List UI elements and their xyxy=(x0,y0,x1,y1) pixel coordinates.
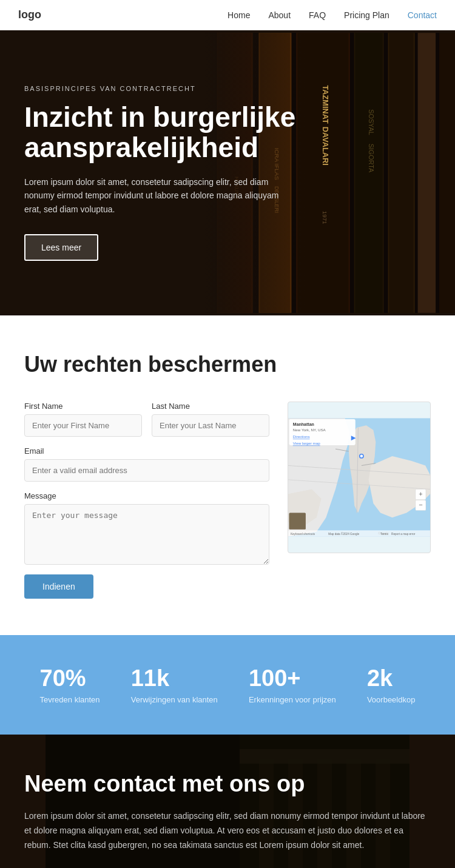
svg-text:−: − xyxy=(419,501,422,508)
logo: logo xyxy=(18,8,41,21)
stat-item-1: 11k Verwijzingen van klanten xyxy=(131,665,218,704)
stat-number-3: 2k xyxy=(367,665,416,691)
navbar: logo Home About FAQ Pricing Plan Contact xyxy=(0,0,455,30)
stat-item-3: 2k Voorbeeldkop xyxy=(367,665,416,704)
contact-content: Neem contact met ons op Lorem ipsum dolo… xyxy=(24,771,431,868)
last-name-label: Last Name xyxy=(152,402,269,411)
contact-section: Neem contact met ons op Lorem ipsum dolo… xyxy=(0,735,455,868)
contact-title: Neem contact met ons op xyxy=(24,771,431,797)
hero-content: BASISPRINCIPES VAN CONTRACTRECHT Inzicht… xyxy=(24,85,315,261)
svg-text:Directions: Directions xyxy=(293,434,310,439)
email-label: Email xyxy=(24,446,269,456)
form-section: Uw rechten beschermen First Name Last Na… xyxy=(0,315,455,635)
email-group: Email xyxy=(24,446,269,482)
stat-label-1: Verwijzingen van klanten xyxy=(131,695,218,704)
form-column: First Name Last Name Email Message Indie… xyxy=(24,402,269,599)
svg-text:Map data ©2024 Google: Map data ©2024 Google xyxy=(328,532,359,536)
message-group: Message xyxy=(24,491,269,565)
nav-links: Home About FAQ Pricing Plan Contact xyxy=(228,10,437,20)
svg-text:Manhattan: Manhattan xyxy=(293,422,314,426)
contact-description: Lorem ipsum dolor sit amet, consetetur s… xyxy=(24,809,431,852)
map-svg: Manhattan New York, NY, USA Directions V… xyxy=(288,402,430,553)
stat-label-3: Voorbeeldkop xyxy=(367,695,416,704)
hero-cta-button[interactable]: Lees meer xyxy=(24,234,98,261)
stat-label-0: Tevreden klanten xyxy=(40,695,100,704)
submit-button[interactable]: Indienen xyxy=(24,574,93,599)
map-column: Manhattan New York, NY, USA Directions V… xyxy=(288,402,431,599)
hero-subtitle: BASISPRINCIPES VAN CONTRACTRECHT xyxy=(24,85,315,92)
svg-rect-52 xyxy=(289,513,306,530)
hero-title: Inzicht in burgerlijke aansprakelijkheid xyxy=(24,102,315,163)
stat-number-2: 100+ xyxy=(249,665,336,691)
form-section-title: Uw rechten beschermen xyxy=(24,352,431,377)
first-name-label: First Name xyxy=(24,402,142,411)
svg-text:View larger map: View larger map xyxy=(293,441,320,445)
form-map-row: First Name Last Name Email Message Indie… xyxy=(24,402,431,599)
nav-pricing[interactable]: Pricing Plan xyxy=(344,10,389,20)
message-textarea[interactable] xyxy=(24,504,269,565)
first-name-group: First Name xyxy=(24,402,142,437)
stat-item-0: 70% Tevreden klanten xyxy=(40,665,100,704)
stat-item-2: 100+ Erkenningen voor prijzen xyxy=(249,665,336,704)
nav-home[interactable]: Home xyxy=(228,10,250,20)
first-name-input[interactable] xyxy=(24,414,142,437)
name-row: First Name Last Name xyxy=(24,402,269,437)
hero-section: ICRA HUKUKU ICRA IFLAS DERSLERI TAZMINAT… xyxy=(0,30,455,315)
last-name-input[interactable] xyxy=(152,414,269,437)
stat-number-1: 11k xyxy=(131,665,218,691)
stat-label-2: Erkenningen voor prijzen xyxy=(249,695,336,704)
svg-text:Report a map error: Report a map error xyxy=(391,533,416,536)
map-container[interactable]: Manhattan New York, NY, USA Directions V… xyxy=(288,402,431,553)
nav-about[interactable]: About xyxy=(268,10,291,20)
svg-text:New York, NY, USA: New York, NY, USA xyxy=(293,428,326,432)
svg-text:+: + xyxy=(419,490,422,497)
svg-point-34 xyxy=(360,455,363,458)
hero-description: Lorem ipsum dolor sit amet, consetetur s… xyxy=(24,175,279,216)
email-input[interactable] xyxy=(24,459,269,482)
svg-text:Keyboard shortcuts: Keyboard shortcuts xyxy=(291,533,315,536)
stat-number-0: 70% xyxy=(40,665,100,691)
svg-text:Terms: Terms xyxy=(380,533,388,536)
nav-contact[interactable]: Contact xyxy=(408,10,437,20)
nav-faq[interactable]: FAQ xyxy=(309,10,326,20)
stats-section: 70% Tevreden klanten 11k Verwijzingen va… xyxy=(0,635,455,735)
message-label: Message xyxy=(24,491,269,500)
last-name-group: Last Name xyxy=(152,402,269,437)
